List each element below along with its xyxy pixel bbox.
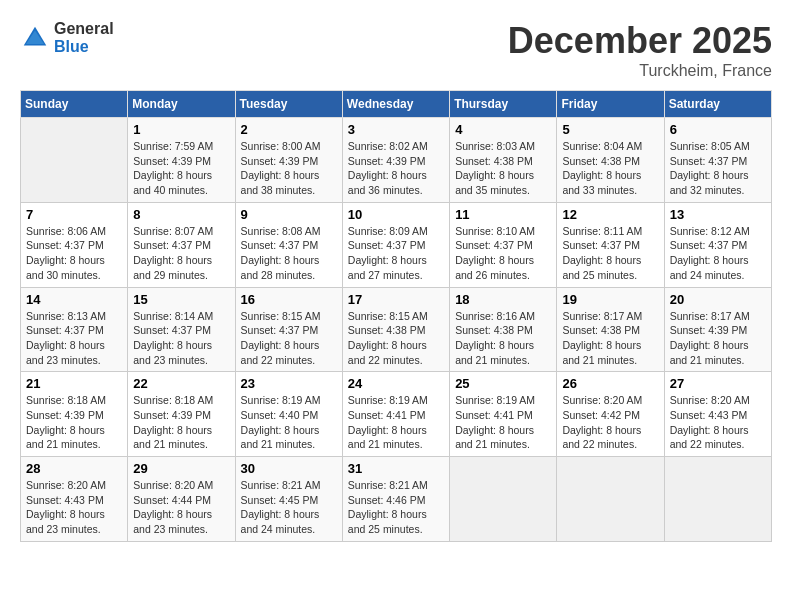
day-info: Sunrise: 8:10 AMSunset: 4:37 PMDaylight:… (455, 225, 535, 281)
day-info: Sunrise: 8:21 AMSunset: 4:45 PMDaylight:… (241, 479, 321, 535)
day-number: 4 (455, 122, 551, 137)
day-number: 20 (670, 292, 766, 307)
day-number: 8 (133, 207, 229, 222)
calendar-cell: 5 Sunrise: 8:04 AMSunset: 4:38 PMDayligh… (557, 118, 664, 203)
day-number: 23 (241, 376, 337, 391)
day-info: Sunrise: 8:15 AMSunset: 4:38 PMDaylight:… (348, 310, 428, 366)
calendar-cell: 3 Sunrise: 8:02 AMSunset: 4:39 PMDayligh… (342, 118, 449, 203)
calendar-cell: 31 Sunrise: 8:21 AMSunset: 4:46 PMDaylig… (342, 457, 449, 542)
day-number: 10 (348, 207, 444, 222)
day-header-tuesday: Tuesday (235, 91, 342, 118)
day-number: 16 (241, 292, 337, 307)
day-info: Sunrise: 8:19 AMSunset: 4:40 PMDaylight:… (241, 394, 321, 450)
day-number: 30 (241, 461, 337, 476)
day-info: Sunrise: 8:04 AMSunset: 4:38 PMDaylight:… (562, 140, 642, 196)
calendar-cell: 14 Sunrise: 8:13 AMSunset: 4:37 PMDaylig… (21, 287, 128, 372)
day-number: 28 (26, 461, 122, 476)
day-number: 25 (455, 376, 551, 391)
day-info: Sunrise: 8:05 AMSunset: 4:37 PMDaylight:… (670, 140, 750, 196)
day-info: Sunrise: 7:59 AMSunset: 4:39 PMDaylight:… (133, 140, 213, 196)
calendar-week-2: 7 Sunrise: 8:06 AMSunset: 4:37 PMDayligh… (21, 202, 772, 287)
day-info: Sunrise: 8:14 AMSunset: 4:37 PMDaylight:… (133, 310, 213, 366)
day-number: 27 (670, 376, 766, 391)
day-info: Sunrise: 8:18 AMSunset: 4:39 PMDaylight:… (26, 394, 106, 450)
calendar-cell (450, 457, 557, 542)
day-info: Sunrise: 8:19 AMSunset: 4:41 PMDaylight:… (455, 394, 535, 450)
calendar-week-1: 1 Sunrise: 7:59 AMSunset: 4:39 PMDayligh… (21, 118, 772, 203)
calendar-cell: 15 Sunrise: 8:14 AMSunset: 4:37 PMDaylig… (128, 287, 235, 372)
calendar-cell: 27 Sunrise: 8:20 AMSunset: 4:43 PMDaylig… (664, 372, 771, 457)
calendar-cell: 29 Sunrise: 8:20 AMSunset: 4:44 PMDaylig… (128, 457, 235, 542)
day-number: 13 (670, 207, 766, 222)
day-header-wednesday: Wednesday (342, 91, 449, 118)
day-info: Sunrise: 8:03 AMSunset: 4:38 PMDaylight:… (455, 140, 535, 196)
day-number: 3 (348, 122, 444, 137)
day-info: Sunrise: 8:13 AMSunset: 4:37 PMDaylight:… (26, 310, 106, 366)
day-number: 6 (670, 122, 766, 137)
day-info: Sunrise: 8:12 AMSunset: 4:37 PMDaylight:… (670, 225, 750, 281)
header: General Blue December 2025 Turckheim, Fr… (20, 20, 772, 80)
day-number: 18 (455, 292, 551, 307)
calendar-cell: 16 Sunrise: 8:15 AMSunset: 4:37 PMDaylig… (235, 287, 342, 372)
day-info: Sunrise: 8:00 AMSunset: 4:39 PMDaylight:… (241, 140, 321, 196)
calendar-cell: 25 Sunrise: 8:19 AMSunset: 4:41 PMDaylig… (450, 372, 557, 457)
calendar-cell: 4 Sunrise: 8:03 AMSunset: 4:38 PMDayligh… (450, 118, 557, 203)
calendar-body: 1 Sunrise: 7:59 AMSunset: 4:39 PMDayligh… (21, 118, 772, 542)
day-info: Sunrise: 8:09 AMSunset: 4:37 PMDaylight:… (348, 225, 428, 281)
calendar-cell: 20 Sunrise: 8:17 AMSunset: 4:39 PMDaylig… (664, 287, 771, 372)
day-info: Sunrise: 8:07 AMSunset: 4:37 PMDaylight:… (133, 225, 213, 281)
calendar-cell: 13 Sunrise: 8:12 AMSunset: 4:37 PMDaylig… (664, 202, 771, 287)
day-info: Sunrise: 8:19 AMSunset: 4:41 PMDaylight:… (348, 394, 428, 450)
day-info: Sunrise: 8:08 AMSunset: 4:37 PMDaylight:… (241, 225, 321, 281)
day-info: Sunrise: 8:17 AMSunset: 4:39 PMDaylight:… (670, 310, 750, 366)
logo-blue-text: Blue (54, 38, 114, 56)
day-info: Sunrise: 8:02 AMSunset: 4:39 PMDaylight:… (348, 140, 428, 196)
calendar-week-4: 21 Sunrise: 8:18 AMSunset: 4:39 PMDaylig… (21, 372, 772, 457)
calendar-cell: 12 Sunrise: 8:11 AMSunset: 4:37 PMDaylig… (557, 202, 664, 287)
calendar-cell: 18 Sunrise: 8:16 AMSunset: 4:38 PMDaylig… (450, 287, 557, 372)
logo-icon (20, 23, 50, 53)
day-info: Sunrise: 8:11 AMSunset: 4:37 PMDaylight:… (562, 225, 642, 281)
logo: General Blue (20, 20, 114, 55)
day-number: 11 (455, 207, 551, 222)
day-header-saturday: Saturday (664, 91, 771, 118)
day-number: 24 (348, 376, 444, 391)
day-number: 31 (348, 461, 444, 476)
day-number: 17 (348, 292, 444, 307)
day-number: 21 (26, 376, 122, 391)
calendar-cell (557, 457, 664, 542)
calendar-cell: 23 Sunrise: 8:19 AMSunset: 4:40 PMDaylig… (235, 372, 342, 457)
location-title: Turckheim, France (508, 62, 772, 80)
day-info: Sunrise: 8:20 AMSunset: 4:43 PMDaylight:… (670, 394, 750, 450)
calendar-cell: 1 Sunrise: 7:59 AMSunset: 4:39 PMDayligh… (128, 118, 235, 203)
calendar-cell: 28 Sunrise: 8:20 AMSunset: 4:43 PMDaylig… (21, 457, 128, 542)
calendar-cell: 17 Sunrise: 8:15 AMSunset: 4:38 PMDaylig… (342, 287, 449, 372)
day-header-thursday: Thursday (450, 91, 557, 118)
day-info: Sunrise: 8:20 AMSunset: 4:43 PMDaylight:… (26, 479, 106, 535)
calendar-week-5: 28 Sunrise: 8:20 AMSunset: 4:43 PMDaylig… (21, 457, 772, 542)
day-number: 26 (562, 376, 658, 391)
calendar-cell: 9 Sunrise: 8:08 AMSunset: 4:37 PMDayligh… (235, 202, 342, 287)
calendar-header-row: SundayMondayTuesdayWednesdayThursdayFrid… (21, 91, 772, 118)
day-number: 14 (26, 292, 122, 307)
day-number: 1 (133, 122, 229, 137)
calendar-table: SundayMondayTuesdayWednesdayThursdayFrid… (20, 90, 772, 542)
calendar-cell: 2 Sunrise: 8:00 AMSunset: 4:39 PMDayligh… (235, 118, 342, 203)
logo-general-text: General (54, 20, 114, 38)
calendar-week-3: 14 Sunrise: 8:13 AMSunset: 4:37 PMDaylig… (21, 287, 772, 372)
calendar-cell (664, 457, 771, 542)
day-number: 2 (241, 122, 337, 137)
title-area: December 2025 Turckheim, France (508, 20, 772, 80)
day-header-friday: Friday (557, 91, 664, 118)
calendar-cell: 26 Sunrise: 8:20 AMSunset: 4:42 PMDaylig… (557, 372, 664, 457)
day-number: 29 (133, 461, 229, 476)
calendar-cell: 11 Sunrise: 8:10 AMSunset: 4:37 PMDaylig… (450, 202, 557, 287)
day-number: 22 (133, 376, 229, 391)
day-info: Sunrise: 8:06 AMSunset: 4:37 PMDaylight:… (26, 225, 106, 281)
calendar-cell (21, 118, 128, 203)
day-number: 12 (562, 207, 658, 222)
logo-text: General Blue (54, 20, 114, 55)
day-info: Sunrise: 8:15 AMSunset: 4:37 PMDaylight:… (241, 310, 321, 366)
day-header-monday: Monday (128, 91, 235, 118)
calendar-cell: 22 Sunrise: 8:18 AMSunset: 4:39 PMDaylig… (128, 372, 235, 457)
